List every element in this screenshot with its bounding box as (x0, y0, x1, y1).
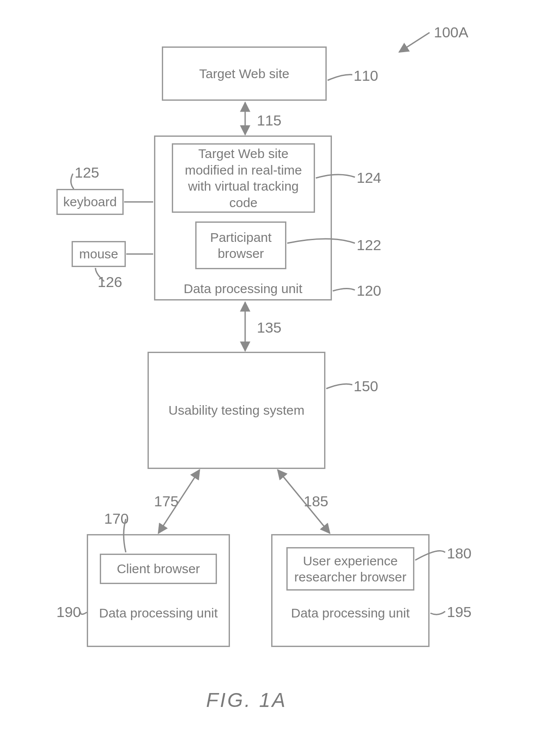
box-keyboard: keyboard (56, 189, 124, 215)
label-190: 190 (56, 604, 81, 621)
label-110: 110 (354, 67, 378, 84)
caption-dpu-190: Data processing unit (87, 606, 230, 621)
label-195: 195 (447, 604, 472, 621)
box-data-processing-unit-190 (87, 534, 230, 647)
box-usability-testing-system: Usability testing system (148, 352, 325, 469)
label-180: 180 (447, 545, 472, 562)
label-126: 126 (98, 274, 122, 291)
label-135: 135 (257, 319, 282, 336)
label-115: 115 (257, 112, 282, 129)
label-120: 120 (357, 282, 381, 299)
label-122: 122 (357, 237, 381, 254)
box-target-web-site: Target Web site (162, 46, 327, 101)
label-100A: 100A (434, 24, 468, 41)
label-125: 125 (75, 164, 99, 181)
caption-dpu-195: Data processing unit (271, 606, 430, 621)
box-client-browser: Client browser (100, 554, 217, 584)
label-124: 124 (357, 169, 381, 186)
label-150: 150 (354, 378, 378, 395)
figure-caption: FIG. 1A (206, 688, 287, 712)
box-mouse: mouse (72, 241, 126, 267)
label-170: 170 (104, 510, 129, 527)
box-participant-browser: Participant browser (195, 221, 286, 269)
box-ux-researcher-browser: User experience researcher browser (286, 547, 414, 591)
box-target-modified-virtual-tracking: Target Web site modified in real-time wi… (172, 143, 315, 213)
label-175: 175 (154, 493, 179, 510)
label-185: 185 (304, 493, 328, 510)
caption-dpu-120: Data processing unit (161, 281, 325, 296)
